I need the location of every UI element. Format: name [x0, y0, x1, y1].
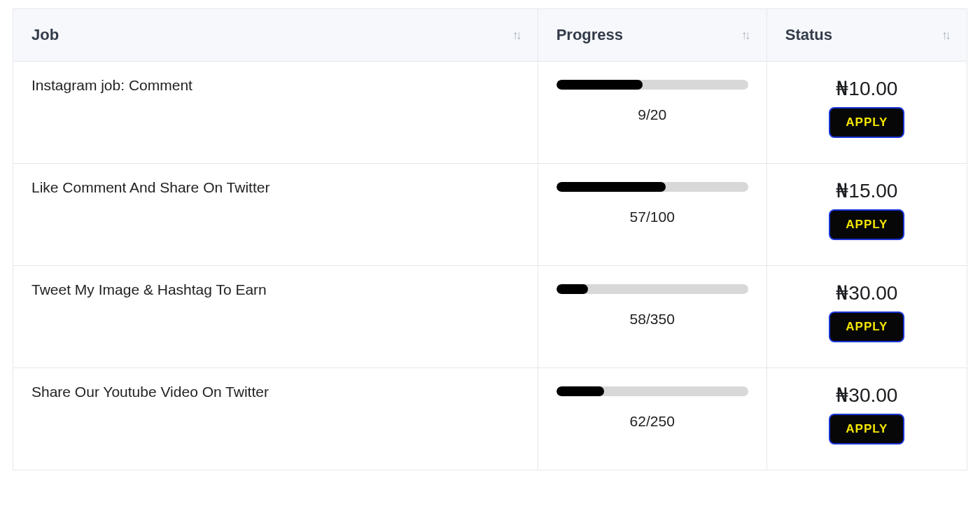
price-label: ₦30.00: [836, 281, 897, 304]
job-title: Tweet My Image & Hashtag To Earn: [31, 281, 267, 298]
progress-label: 9/20: [638, 106, 666, 123]
apply-button[interactable]: APPLY: [829, 312, 904, 342]
column-header-job[interactable]: Job ↑↓: [13, 9, 538, 62]
job-cell: Share Our Youtube Video On Twitter: [13, 368, 538, 470]
apply-button[interactable]: APPLY: [829, 209, 904, 240]
table-row: Like Comment And Share On Twitter 57/100…: [13, 164, 967, 266]
apply-button[interactable]: APPLY: [829, 414, 904, 444]
progress-fill: [556, 386, 604, 396]
column-header-status-label: Status: [785, 26, 832, 44]
job-cell: Instagram job: Comment: [13, 62, 538, 164]
progress-label: 57/100: [630, 209, 675, 225]
progress-label: 62/250: [630, 413, 675, 430]
job-title: Instagram job: Comment: [31, 77, 192, 93]
progress-cell: 9/20: [538, 62, 766, 164]
progress-fill: [556, 182, 666, 192]
status-cell: ₦15.00 APPLY: [766, 164, 967, 266]
table-body: Instagram job: Comment 9/20 ₦10.00 APPLY: [13, 62, 967, 470]
sort-icon[interactable]: ↑↓: [512, 28, 519, 43]
sort-icon[interactable]: ↑↓: [941, 28, 948, 43]
column-header-job-label: Job: [31, 26, 59, 44]
status-cell: ₦30.00 APPLY: [766, 266, 967, 368]
progress-bar: [556, 386, 748, 396]
table-header-row: Job ↑↓ Progress ↑↓ Status ↑↓: [13, 9, 967, 62]
job-title: Share Our Youtube Video On Twitter: [31, 384, 269, 400]
price-label: ₦30.00: [836, 384, 897, 407]
job-cell: Tweet My Image & Hashtag To Earn: [13, 266, 538, 368]
progress-bar: [556, 80, 748, 90]
column-header-progress[interactable]: Progress ↑↓: [538, 9, 766, 62]
status-cell: ₦30.00 APPLY: [766, 368, 967, 470]
progress-cell: 58/350: [538, 266, 766, 368]
table-row: Share Our Youtube Video On Twitter 62/25…: [13, 368, 967, 470]
price-label: ₦10.00: [836, 77, 897, 100]
apply-button[interactable]: APPLY: [829, 107, 904, 138]
sort-icon[interactable]: ↑↓: [741, 28, 748, 43]
price-label: ₦15.00: [836, 179, 897, 202]
table-row: Tweet My Image & Hashtag To Earn 58/350 …: [13, 266, 967, 368]
column-header-progress-label: Progress: [556, 26, 623, 44]
progress-bar: [556, 182, 748, 192]
progress-cell: 57/100: [538, 164, 766, 266]
jobs-table: Job ↑↓ Progress ↑↓ Status ↑↓ Instagram: [13, 8, 967, 470]
progress-label: 58/350: [630, 311, 675, 328]
table-row: Instagram job: Comment 9/20 ₦10.00 APPLY: [13, 62, 967, 164]
progress-bar: [556, 284, 748, 294]
progress-fill: [556, 284, 588, 294]
job-title: Like Comment And Share On Twitter: [31, 179, 270, 195]
column-header-status[interactable]: Status ↑↓: [766, 9, 967, 62]
status-cell: ₦10.00 APPLY: [766, 62, 967, 164]
progress-cell: 62/250: [538, 368, 766, 470]
progress-fill: [556, 80, 643, 90]
job-cell: Like Comment And Share On Twitter: [13, 164, 538, 266]
